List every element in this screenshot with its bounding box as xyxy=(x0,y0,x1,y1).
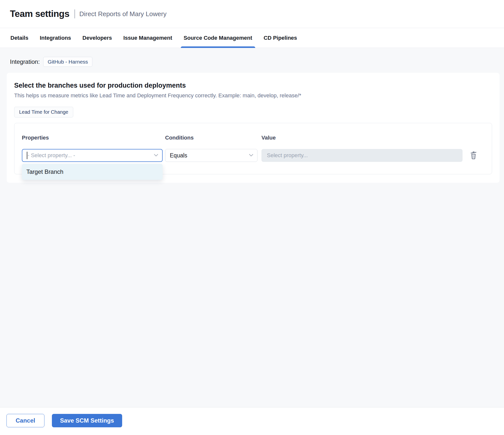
dropdown-option-target-branch[interactable]: Target Branch xyxy=(22,165,163,179)
page-subtitle: Direct Reports of Mary Lowery xyxy=(79,10,167,18)
metric-tag-lead-time-for-change[interactable]: Lead Time for Change xyxy=(14,107,73,117)
condition-select[interactable]: Equals xyxy=(165,149,257,162)
condition-select-wrapper: Equals xyxy=(165,149,257,162)
scm-settings-card: Select the branches used for production … xyxy=(7,73,500,183)
tab-bar: Details Integrations Developers Issue Ma… xyxy=(0,28,504,48)
chevron-down-icon xyxy=(249,153,253,158)
chevron-down-icon xyxy=(154,153,158,158)
tab-integrations[interactable]: Integrations xyxy=(37,28,74,48)
property-select-placeholder: - Select property... - xyxy=(28,152,75,159)
tab-label: CD Pipelines xyxy=(264,35,297,41)
property-select-wrapper: - Select property... - Target Branch xyxy=(22,149,163,162)
card-description: This helps us measure metrics like Lead … xyxy=(14,92,492,99)
tab-developers[interactable]: Developers xyxy=(79,28,115,48)
value-column-header: Value xyxy=(261,135,463,141)
properties-column-header: Properties xyxy=(22,135,163,141)
tab-source-code-management[interactable]: Source Code Management xyxy=(181,28,255,48)
page-title: Team settings xyxy=(10,9,70,19)
value-input-wrapper xyxy=(261,149,463,162)
integration-chip[interactable]: GitHub - Harness xyxy=(43,57,92,67)
delete-rule-button[interactable] xyxy=(468,150,478,161)
active-tab-indicator xyxy=(181,46,255,48)
footer-bar: Cancel Save SCM Settings xyxy=(0,407,504,435)
integration-row: Integration: GitHub - Harness xyxy=(10,57,494,67)
save-scm-settings-button[interactable]: Save SCM Settings xyxy=(52,414,122,427)
branch-rule-panel: Properties Conditions Value - Select pro… xyxy=(14,123,492,174)
content-area: Integration: GitHub - Harness Select the… xyxy=(0,48,504,407)
conditions-column-header: Conditions xyxy=(165,135,257,141)
trash-icon xyxy=(469,151,477,160)
tab-label: Issue Management xyxy=(123,35,172,41)
tab-label: Developers xyxy=(82,35,112,41)
tab-details[interactable]: Details xyxy=(7,28,31,48)
rule-actions xyxy=(463,149,484,162)
text-cursor xyxy=(27,152,27,159)
rule-controls-row: - Select property... - Target Branch Equ… xyxy=(22,149,484,162)
page-root: Team settings Direct Reports of Mary Low… xyxy=(0,0,504,435)
tab-label: Source Code Management xyxy=(184,35,252,41)
tab-issue-management[interactable]: Issue Management xyxy=(120,28,175,48)
condition-select-value: Equals xyxy=(170,152,187,159)
value-input[interactable] xyxy=(261,149,463,162)
integration-label: Integration: xyxy=(10,58,40,65)
tab-cd-pipelines[interactable]: CD Pipelines xyxy=(261,28,300,48)
property-select[interactable]: - Select property... - xyxy=(22,149,163,162)
card-heading: Select the branches used for production … xyxy=(14,82,492,89)
title-divider xyxy=(74,9,75,18)
tab-label: Integrations xyxy=(40,35,71,41)
page-header: Team settings Direct Reports of Mary Low… xyxy=(0,0,504,28)
cancel-button[interactable]: Cancel xyxy=(6,414,44,427)
tab-label: Details xyxy=(10,35,28,41)
property-dropdown-menu: Target Branch xyxy=(22,164,163,180)
rule-headers-row: Properties Conditions Value xyxy=(22,135,484,141)
